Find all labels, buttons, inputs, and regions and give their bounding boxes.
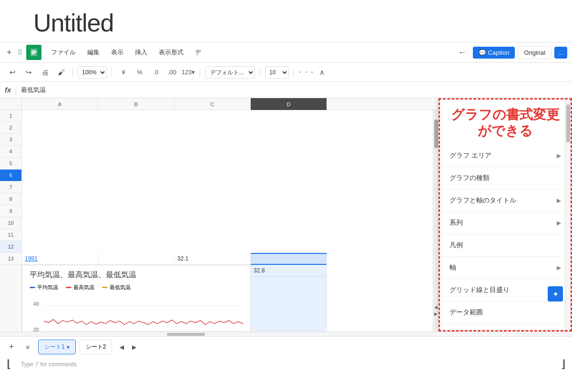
undo-button[interactable]: ↩	[6, 66, 19, 79]
panel-scrollbar-thumb[interactable]	[566, 104, 570, 142]
menu-edit[interactable]: 編集	[85, 47, 102, 58]
print-button[interactable]: 🖨	[38, 66, 51, 79]
left-bracket: ⌊	[7, 358, 11, 371]
menu-more[interactable]: デ	[193, 47, 203, 58]
more-toolbar-button[interactable]: ・・・	[299, 66, 312, 79]
redo-button[interactable]: ↪	[22, 66, 35, 79]
panel-annotation: グラフの書式変更ができる	[440, 100, 571, 142]
cell-12-a[interactable]: 1991	[22, 253, 98, 265]
menu-item-axis[interactable]: 軸 ▶	[440, 257, 571, 279]
row-12[interactable]: 12	[0, 241, 21, 253]
menu-item-axis-title[interactable]: グラフと軸のタイトル ▶	[440, 190, 571, 212]
sheet-tab-2[interactable]: シート2	[80, 340, 112, 354]
toolbar-divider-5	[294, 68, 294, 77]
col-header-c[interactable]: C	[174, 98, 251, 110]
formula-input[interactable]	[21, 86, 567, 93]
panel-scrollbar[interactable]	[565, 100, 571, 330]
row-6[interactable]: 6	[0, 170, 21, 181]
zoom-select[interactable]: 100% 75% 125%	[78, 66, 107, 79]
col-header-a[interactable]: A	[22, 98, 98, 110]
formula-divider	[16, 85, 16, 95]
sheet1-arrow: ▾	[67, 344, 70, 351]
horizontal-scrollbar[interactable]	[0, 332, 572, 336]
sheet-navigation: ◀ ▶	[116, 342, 140, 353]
caption-button[interactable]: 💬 Caption	[473, 47, 515, 59]
add-sheet-button[interactable]: +	[5, 341, 18, 354]
menu-item-axis-label: 軸	[449, 263, 456, 272]
font-family-select[interactable]: デフォルト...	[205, 66, 255, 79]
toolbar-divider-3	[200, 68, 200, 77]
row-13[interactable]: 13	[0, 253, 21, 265]
legend-min: 最低気温	[102, 284, 131, 291]
cell-row1-d[interactable]	[251, 253, 327, 332]
collapse-toolbar-button[interactable]: ∧	[315, 66, 328, 79]
drag-icon[interactable]: ⠿	[18, 49, 22, 56]
legend-max-label: 最高気温	[73, 284, 94, 291]
menu-item-chart-type-label: グラフの種類	[449, 174, 490, 182]
legend-avg-dot	[30, 287, 35, 288]
legend-min-label: 最低気温	[110, 284, 131, 291]
row-1[interactable]: 1	[0, 110, 21, 122]
vertical-scrollbar[interactable]: ◀ ▶	[433, 110, 439, 332]
fx-label: fx	[5, 86, 11, 94]
menu-item-series-arrow: ▶	[557, 220, 561, 226]
menu-item-legend[interactable]: 凡例	[440, 234, 571, 257]
col-header-b[interactable]: B	[98, 98, 174, 110]
scroll-right-btn[interactable]: ▶	[434, 311, 439, 317]
add-icon[interactable]: +	[5, 46, 14, 60]
row-5[interactable]: 5	[0, 158, 21, 170]
menu-item-axis-title-label: グラフと軸のタイトル	[449, 196, 516, 205]
font-size-select[interactable]: 10 11 12 14	[265, 66, 289, 79]
row-8[interactable]: 8	[0, 193, 21, 205]
h-scrollbar-thumb[interactable]	[167, 333, 205, 336]
col-header-d[interactable]: D	[251, 98, 327, 110]
legend-max: 最高気温	[66, 284, 94, 291]
row-3[interactable]: 3	[0, 134, 21, 146]
decimal-decrease-button[interactable]: .0	[149, 66, 163, 79]
menu-view[interactable]: 表示	[109, 47, 125, 58]
menu-item-chart-type[interactable]: グラフの種類	[440, 167, 571, 190]
bottom-bar: + ≡ シート1 ▾ シート2 ◀ ▶	[0, 336, 572, 357]
currency-button[interactable]: ¥	[117, 66, 130, 79]
sheets-list-button[interactable]: ≡	[21, 341, 34, 354]
prev-sheet-button[interactable]: ◀	[116, 342, 127, 353]
menu-item-graph-area[interactable]: グラフ エリア ▶	[440, 145, 571, 167]
more-options-button[interactable]: ...	[554, 47, 567, 59]
chart-legend: 平均気温 最高気温 最低気温	[22, 282, 250, 293]
star-button[interactable]: ✦	[548, 286, 563, 302]
row-4[interactable]: 4	[0, 146, 21, 158]
legend-avg-label: 平均気温	[37, 284, 58, 291]
original-button[interactable]: Original	[518, 46, 552, 59]
scrollbar-thumb[interactable]	[434, 120, 438, 148]
percent-button[interactable]: %	[133, 66, 146, 79]
row-9[interactable]: 9	[0, 205, 21, 217]
menu-item-gridlines-label: グリッド線と目盛り	[449, 286, 510, 294]
legend-avg: 平均気温	[30, 284, 58, 291]
row-7[interactable]: 7	[0, 181, 21, 193]
cell-12-b[interactable]	[98, 253, 174, 265]
toolbar-divider-1	[72, 68, 73, 77]
row-10[interactable]: 10	[0, 217, 21, 229]
paint-format-button[interactable]: 🖌	[54, 66, 68, 79]
sheets-logo[interactable]	[26, 45, 41, 60]
menu-file[interactable]: ファイル	[49, 47, 78, 58]
menu-item-series[interactable]: 系列 ▶	[440, 212, 571, 234]
row-2[interactable]: 2	[0, 122, 21, 134]
menu-format[interactable]: 表示形式	[157, 47, 185, 58]
decimal-increase-button[interactable]: .00	[165, 66, 179, 79]
back-nav-icon[interactable]: ←	[455, 45, 470, 60]
bottom-left: + ≡	[5, 341, 34, 354]
sheet-tab-1[interactable]: シート1 ▾	[38, 340, 76, 354]
type-command-label: Type '/' for commands	[21, 361, 77, 368]
menu-insert[interactable]: 挿入	[133, 47, 149, 58]
menu-item-data-range-label: データ範囲	[449, 308, 483, 317]
top-bar-left: + ⠿ ファイル 編集 表示 挿入 表示形式 デ	[5, 45, 455, 60]
toolbar: ↩ ↪ 🖨 🖌 100% 75% 125% ¥ % .0 .00 123▾ デフ…	[0, 63, 572, 82]
menu-item-data-range[interactable]: データ範囲	[440, 302, 571, 324]
cell-12-c[interactable]: 32.1	[174, 253, 251, 265]
scroll-left-btn[interactable]: ◀	[434, 304, 439, 311]
row-numbers: 1 2 3 4 5 6 7 8 9 10 11 12 13	[0, 98, 22, 332]
format123-button[interactable]: 123▾	[182, 66, 195, 79]
next-sheet-button[interactable]: ▶	[128, 342, 140, 353]
row-11[interactable]: 11	[0, 229, 21, 241]
